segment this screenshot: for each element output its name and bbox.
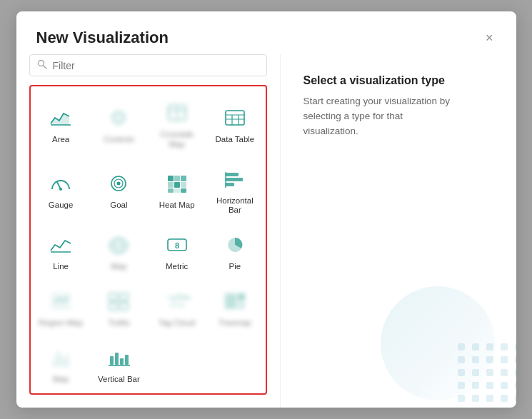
svg-rect-20: [174, 176, 180, 181]
modal-header: New Visualization ×: [16, 11, 516, 54]
search-icon: [37, 59, 47, 71]
svg-rect-42: [120, 303, 128, 310]
region-map-icon: [46, 288, 76, 315]
viz-item-area[interactable]: Area: [34, 92, 89, 156]
treemap-icon: [220, 288, 250, 315]
trellis-icon: [104, 288, 134, 315]
decorative-dot: [515, 343, 516, 350]
decorative-dot: [458, 382, 465, 389]
decorative-dots: [458, 343, 516, 408]
modal: New Visualization ×: [16, 11, 516, 408]
area-icon: [46, 104, 76, 131]
decorative-dot: [515, 356, 516, 363]
svg-rect-51: [115, 353, 119, 365]
viz-item-vertical-bar[interactable]: Vertical Bar: [91, 337, 146, 390]
modal-body: AreaControlsCrosstab MapData TableGaugeG…: [16, 54, 516, 408]
data-table-label: Data Table: [215, 135, 254, 145]
line-icon: [46, 231, 76, 258]
crosstab-icon: [162, 99, 192, 126]
left-panel: AreaControlsCrosstab MapData TableGaugeG…: [16, 54, 281, 408]
goal-label: Goal: [110, 201, 127, 211]
viz-item-treemap[interactable]: Treemap: [207, 281, 262, 334]
decorative-dot: [472, 356, 479, 363]
viz-item-trellis[interactable]: Trellis: [91, 281, 146, 334]
svg-rect-21: [181, 176, 186, 181]
goal-icon: [104, 170, 134, 197]
filter-bar: [29, 54, 267, 76]
right-panel-description: Start creating your visualization by sel…: [303, 94, 461, 139]
modal-title: New Visualization: [36, 29, 169, 47]
svg-rect-47: [238, 293, 245, 301]
line-label: Line: [53, 262, 69, 272]
filter-input[interactable]: [53, 60, 259, 71]
metric-icon: 8: [162, 231, 192, 258]
svg-point-18: [117, 182, 121, 186]
svg-rect-40: [120, 293, 128, 301]
gauge-icon: [46, 170, 76, 197]
viz-item-map2[interactable]: Map: [34, 337, 89, 390]
svg-rect-52: [120, 358, 124, 365]
viz-item-map[interactable]: Map: [91, 224, 146, 278]
treemap-label: Treemap: [219, 318, 251, 328]
viz-item-tag-cloud[interactable]: TagCloudwordsTag Cloud: [149, 281, 204, 334]
tag-cloud-icon: TagCloudwords: [162, 288, 192, 315]
map-icon: [104, 231, 134, 258]
svg-rect-19: [168, 176, 174, 181]
decorative-dot: [472, 369, 479, 376]
svg-rect-30: [226, 183, 234, 186]
svg-point-15: [59, 188, 62, 191]
decorative-dot: [501, 395, 508, 402]
decorative-dot: [458, 343, 465, 350]
svg-marker-49: [52, 350, 69, 366]
decorative-dot: [486, 369, 493, 376]
decorative-dot: [458, 369, 465, 376]
area-label: Area: [52, 135, 69, 145]
heat-map-label: Heat Map: [159, 201, 195, 211]
svg-text:words: words: [169, 302, 185, 308]
viz-item-controls[interactable]: Controls: [91, 92, 146, 156]
heat-map-icon: [162, 170, 192, 197]
viz-item-data-table[interactable]: Data Table: [207, 92, 262, 156]
decorative-dot: [486, 343, 493, 350]
viz-item-goal[interactable]: Goal: [91, 158, 146, 222]
svg-line-1: [43, 66, 46, 69]
svg-point-5: [116, 116, 121, 120]
right-panel-title: Select a visualization type: [303, 74, 493, 87]
data-table-icon: [220, 104, 250, 131]
decorative-dot: [501, 356, 508, 363]
vertical-bar-label: Vertical Bar: [98, 375, 140, 385]
svg-rect-27: [181, 188, 186, 193]
decorative-dot: [472, 395, 479, 402]
viz-item-gauge[interactable]: Gauge: [34, 158, 89, 222]
tag-cloud-label: Tag Cloud: [159, 318, 196, 328]
viz-item-line[interactable]: Line: [34, 224, 89, 278]
svg-rect-25: [168, 188, 174, 193]
viz-grid-container: AreaControlsCrosstab MapData TableGaugeG…: [29, 85, 267, 395]
horizontal-bar-icon: [220, 166, 250, 193]
svg-text:8: 8: [175, 241, 179, 250]
controls-icon: [104, 104, 134, 131]
viz-item-pie[interactable]: Pie: [207, 224, 262, 278]
svg-rect-22: [168, 182, 174, 188]
viz-item-crosstab[interactable]: Crosstab Map: [149, 92, 204, 156]
viz-item-heat-map[interactable]: Heat Map: [149, 158, 204, 222]
decorative-dot: [458, 395, 465, 402]
right-panel: Select a visualization type Start creati…: [281, 54, 516, 408]
viz-item-metric[interactable]: 8Metric: [149, 224, 204, 278]
svg-rect-48: [238, 302, 245, 309]
trellis-label: Trellis: [108, 318, 129, 328]
viz-item-region-map[interactable]: Region Map: [34, 281, 89, 334]
viz-item-horizontal-bar[interactable]: Horizontal Bar: [207, 158, 262, 222]
svg-rect-28: [226, 173, 239, 176]
decorative-dot: [472, 343, 479, 350]
svg-rect-46: [225, 293, 236, 309]
svg-rect-9: [226, 111, 244, 125]
svg-rect-23: [174, 182, 180, 188]
decorative-dot: [515, 369, 516, 376]
metric-label: Metric: [166, 262, 188, 272]
close-button[interactable]: ×: [483, 29, 496, 47]
svg-rect-50: [110, 356, 114, 365]
svg-rect-39: [109, 293, 117, 301]
svg-rect-53: [125, 355, 129, 365]
map2-label: Map: [53, 375, 69, 385]
